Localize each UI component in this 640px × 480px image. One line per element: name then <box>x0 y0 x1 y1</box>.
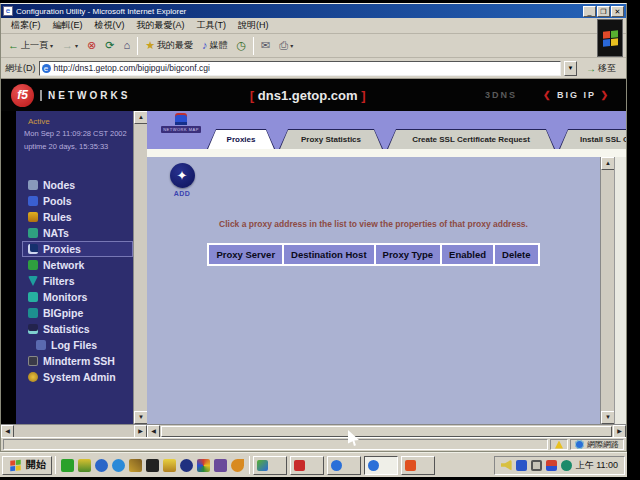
scroll-up-icon[interactable]: ▲ <box>134 111 147 124</box>
column-header-proxy-server[interactable]: Proxy Server <box>209 245 282 264</box>
sidebar-horizontal-scrollbar[interactable]: ◀ ▶ <box>1 424 147 437</box>
sidebar-item-monitors[interactable]: Monitors <box>22 289 133 305</box>
back-dropdown-icon[interactable]: ▾ <box>50 42 53 49</box>
scroll-right-icon[interactable]: ▶ <box>613 425 626 438</box>
home-button[interactable]: ⌂ <box>119 38 134 53</box>
task-button-active[interactable] <box>364 456 398 475</box>
sidebar-item-bigpipe[interactable]: BIGpipe <box>22 305 133 321</box>
display-icon[interactable] <box>531 460 542 471</box>
sidebar-item-nodes[interactable]: Nodes <box>22 177 133 193</box>
favorites-button[interactable]: ★ 我的最愛 <box>141 37 197 54</box>
quick-launch-icon[interactable] <box>95 459 108 472</box>
rules-icon <box>28 212 38 222</box>
antivirus-icon[interactable] <box>561 460 572 471</box>
quick-launch-icon[interactable] <box>197 459 210 472</box>
sidebar-item-pools[interactable]: Pools <box>22 193 133 209</box>
address-dropdown-button[interactable]: ▼ <box>564 61 577 76</box>
content-horizontal-scrollbar[interactable]: ◀ ▶ <box>147 424 626 437</box>
mail-icon: ✉ <box>261 40 270 51</box>
scroll-up-icon[interactable]: ▲ <box>601 157 615 170</box>
quick-launch-icon[interactable] <box>146 459 159 472</box>
taskbar-separator <box>55 456 56 474</box>
media-button[interactable]: ♪ 媒體 <box>198 37 232 54</box>
network-map-button[interactable]: NETWORK MAP <box>161 115 201 133</box>
scroll-left-icon[interactable]: ◀ <box>1 425 14 438</box>
mail-button[interactable]: ✉ <box>257 38 274 53</box>
tab-proxies[interactable]: Proxies <box>207 129 275 149</box>
quick-launch-icon[interactable] <box>78 459 91 472</box>
taskbar: 開始 上午 11:00 <box>0 452 627 477</box>
task-button[interactable] <box>253 456 287 475</box>
add-proxy-button[interactable]: ✦ ADD <box>165 163 199 197</box>
history-button[interactable]: ◷ <box>233 38 251 53</box>
sidebar-item-network[interactable]: Network <box>22 257 133 273</box>
sidebar-item-rules[interactable]: Rules <box>22 209 133 225</box>
taskbar-clock[interactable]: 上午 11:00 <box>576 459 618 472</box>
menu-file[interactable]: 檔案(F) <box>5 18 47 33</box>
refresh-button[interactable]: ⟳ <box>101 38 118 53</box>
tab-label: Proxy Statistics <box>280 130 382 149</box>
tab-create-ssl-certificate-request[interactable]: Create SSL Certificate Request <box>387 129 555 149</box>
sidebar-item-statistics[interactable]: Statistics <box>22 321 133 337</box>
warning-icon <box>555 441 563 449</box>
column-header-destination-host[interactable]: Destination Host <box>284 245 373 264</box>
task-button[interactable] <box>327 456 361 475</box>
quick-launch-icon[interactable] <box>163 459 176 472</box>
sidebar-item-nats[interactable]: NATs <box>22 225 133 241</box>
scroll-down-icon[interactable]: ▼ <box>134 411 147 424</box>
titlebar[interactable]: e Configuration Utility - Microsoft Inte… <box>1 4 626 18</box>
sidebar-nav: Nodes Pools Rules NATs Proxies Network F… <box>22 177 133 385</box>
quick-launch-icon[interactable] <box>231 459 244 472</box>
print-dropdown-icon[interactable]: ▾ <box>290 42 293 49</box>
stop-icon: ⊗ <box>87 40 96 51</box>
sidebar-item-mindterm-ssh[interactable]: Mindterm SSH <box>22 353 133 369</box>
task-button[interactable] <box>290 456 324 475</box>
go-button[interactable]: → 移至 <box>580 61 622 76</box>
sidebar-item-log-files[interactable]: Log Files <box>22 337 133 353</box>
quick-launch-icon[interactable] <box>129 459 142 472</box>
minimize-button[interactable]: _ <box>583 6 596 17</box>
stop-button[interactable]: ⊗ <box>83 38 100 53</box>
sidebar-vertical-scrollbar[interactable]: ▲ ▼ <box>133 111 147 424</box>
print-button[interactable]: ⎙ ▾ <box>275 38 297 53</box>
volume-icon[interactable] <box>501 460 512 471</box>
network-status-icon[interactable] <box>546 460 557 471</box>
f5-brand-wordmark: NETWORKS <box>40 90 130 101</box>
forward-dropdown-icon[interactable]: ▾ <box>75 42 78 49</box>
content-vertical-scrollbar[interactable]: ▲ ▼ <box>600 157 614 424</box>
quick-launch-icon[interactable] <box>112 459 125 472</box>
link-3dns[interactable]: 3DNS <box>485 90 517 100</box>
input-method-icon[interactable] <box>516 460 527 471</box>
column-header-delete[interactable]: Delete <box>495 245 538 264</box>
quick-launch-icon[interactable] <box>214 459 227 472</box>
scroll-left-icon[interactable]: ◀ <box>147 425 160 438</box>
task-button[interactable] <box>401 456 435 475</box>
menu-tools[interactable]: 工具(T) <box>191 18 233 33</box>
maximize-button[interactable]: ❐ <box>597 6 610 17</box>
tab-proxy-statistics[interactable]: Proxy Statistics <box>279 129 383 149</box>
tab-install-ssl-certificate[interactable]: Install SSL Certifi <box>559 129 626 149</box>
link-bigip[interactable]: ❮ BIG IP ❯ <box>543 90 610 100</box>
tab-strip: NETWORK MAP Proxies Proxy Statistics Cre… <box>147 111 626 149</box>
address-input[interactable]: e http://dns1.getop.com/bigipgui/bigconf… <box>39 61 562 76</box>
scroll-down-icon[interactable]: ▼ <box>601 411 615 424</box>
sidebar-item-proxies[interactable]: Proxies <box>22 241 133 257</box>
start-button[interactable]: 開始 <box>2 456 52 475</box>
quick-launch-icon[interactable] <box>61 459 74 472</box>
column-header-proxy-type[interactable]: Proxy Type <box>376 245 441 264</box>
column-header-enabled[interactable]: Enabled <box>442 245 493 264</box>
menu-help[interactable]: 說明(H) <box>232 18 275 33</box>
quick-launch-icon[interactable] <box>180 459 193 472</box>
sidebar-item-label: System Admin <box>43 371 116 383</box>
scroll-right-icon[interactable]: ▶ <box>134 425 147 438</box>
sidebar-item-filters[interactable]: Filters <box>22 273 133 289</box>
sidebar-item-system-admin[interactable]: System Admin <box>22 369 133 385</box>
menu-favorites[interactable]: 我的最愛(A) <box>131 18 191 33</box>
menu-view[interactable]: 檢視(V) <box>89 18 131 33</box>
media-label: 媒體 <box>210 39 228 52</box>
menu-edit[interactable]: 編輯(E) <box>47 18 89 33</box>
close-button[interactable]: ✕ <box>611 6 624 17</box>
scrollbar-thumb[interactable] <box>161 426 612 437</box>
back-button[interactable]: ← 上一頁 ▾ <box>4 37 57 54</box>
forward-button[interactable]: → ▾ <box>58 38 82 53</box>
